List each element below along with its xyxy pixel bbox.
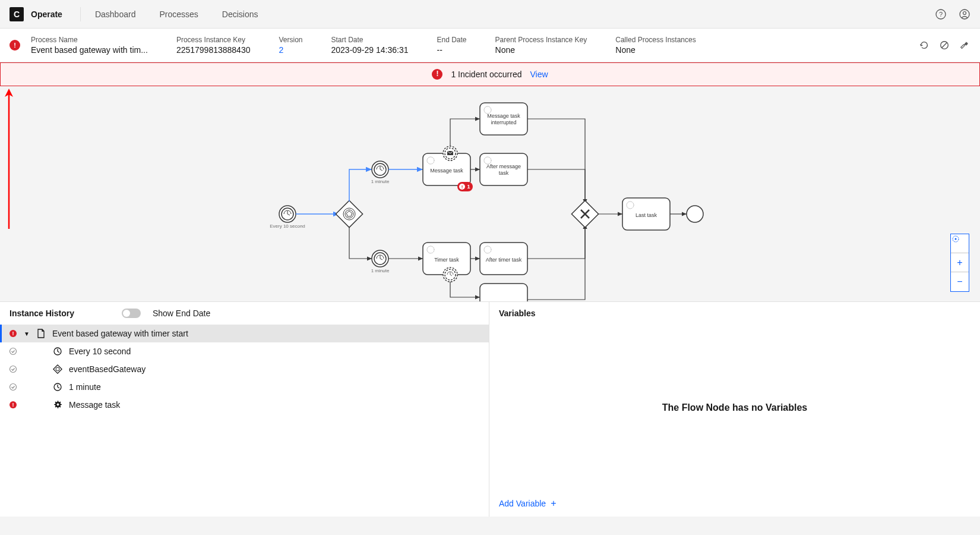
svg-text:!: ! xyxy=(461,184,463,190)
instance-key-label: Process Instance Key xyxy=(176,36,251,44)
chevron-down-icon[interactable]: ▼ xyxy=(24,331,30,337)
svg-point-49 xyxy=(10,384,17,391)
nav-dashboard[interactable]: Dashboard xyxy=(95,10,136,19)
history-row[interactable]: Every 10 second xyxy=(0,342,489,360)
svg-line-5 xyxy=(942,43,947,48)
nav-decisions[interactable]: Decisions xyxy=(222,10,258,19)
history-row[interactable]: 1 minute xyxy=(0,378,489,396)
svg-rect-8 xyxy=(336,200,362,227)
called-instances-value: None xyxy=(615,45,696,55)
clock-icon xyxy=(52,346,63,357)
annotation-arrow-icon xyxy=(0,86,18,229)
clock-icon xyxy=(52,382,63,392)
history-row[interactable]: ! Message task xyxy=(0,396,489,414)
zoom-reset-button[interactable] xyxy=(951,234,969,253)
timer1-label: 1 minute xyxy=(371,179,390,184)
msg-interrupted-label2: interrupted xyxy=(491,119,516,125)
instance-meta-bar: ! Process NameEvent based gateway with t… xyxy=(0,29,980,62)
incident-banner: 1 Incident occurred View xyxy=(0,62,980,86)
svg-point-3 xyxy=(963,11,966,14)
document-icon xyxy=(36,328,46,339)
history-row-root[interactable]: ! ▼ Event based gateway with timer start xyxy=(0,325,489,342)
last-task-label: Last task xyxy=(636,212,657,218)
nav-processes[interactable]: Processes xyxy=(159,10,198,19)
variables-title: Variables xyxy=(499,309,536,318)
zoom-out-button[interactable]: − xyxy=(951,272,969,291)
add-variable-link[interactable]: Add Variable xyxy=(499,499,546,508)
svg-point-53 xyxy=(57,404,59,406)
history-row-label: Event based gateway with timer start xyxy=(52,329,188,338)
end-date-value: -- xyxy=(437,45,466,55)
modify-icon[interactable] xyxy=(918,39,930,51)
wrench-icon[interactable] xyxy=(959,39,970,51)
variables-empty-text: The Flow Node has no Variables xyxy=(662,402,808,413)
process-name-value: Event based gateway with tim... xyxy=(31,45,148,55)
incident-banner-text: 1 Incident occurred xyxy=(451,70,521,79)
svg-point-38 xyxy=(687,206,703,222)
after-msg-label2: task xyxy=(499,170,509,176)
history-row[interactable]: eventBasedGateway xyxy=(0,360,489,378)
completed-icon xyxy=(8,382,18,392)
completed-icon xyxy=(8,364,18,374)
svg-point-44 xyxy=(10,348,17,355)
incident-view-link[interactable]: View xyxy=(530,70,548,79)
timer2-label: 1 minute xyxy=(371,268,390,273)
called-instances-label: Called Process Instances xyxy=(615,36,696,44)
end-date-label: End Date xyxy=(437,36,466,44)
completed-icon xyxy=(8,347,18,356)
zoom-in-button[interactable]: + xyxy=(951,253,969,272)
plus-icon[interactable]: + xyxy=(551,498,556,509)
show-end-date-toggle[interactable] xyxy=(122,309,141,318)
incident-icon: ! xyxy=(8,329,18,338)
message-task-label: Message task xyxy=(430,168,463,174)
svg-rect-47 xyxy=(53,365,62,373)
user-icon[interactable] xyxy=(959,8,970,20)
gear-icon xyxy=(52,399,63,410)
version-label: Version xyxy=(279,36,302,44)
history-row-label: eventBasedGateway xyxy=(69,364,146,374)
history-row-label: 1 minute xyxy=(69,382,101,392)
brand-label: Operate xyxy=(31,10,62,19)
instance-history-panel: Instance History Show End Date ! ▼ Event… xyxy=(0,302,489,517)
svg-point-40 xyxy=(955,238,957,240)
history-row-label: Message task xyxy=(69,400,120,410)
show-end-date-label: Show End Date xyxy=(153,309,210,318)
bpmn-diagram[interactable]: Every 10 second 1 minute Message task ! … xyxy=(0,86,980,301)
svg-rect-22 xyxy=(480,103,527,135)
process-name-label: Process Name xyxy=(31,36,148,44)
svg-point-46 xyxy=(10,366,17,373)
timer-task-label: Timer task xyxy=(434,257,459,263)
history-row-label: Every 10 second xyxy=(69,347,131,356)
svg-point-48 xyxy=(56,367,59,371)
svg-text:?: ? xyxy=(939,11,943,18)
gateway-icon xyxy=(52,364,63,374)
incident-icon: ! xyxy=(8,400,18,410)
after-timer-label: After timer task xyxy=(486,257,522,263)
after-msg-label1: After message xyxy=(486,163,521,169)
start-event-label: Every 10 second xyxy=(270,224,305,229)
nav-separator xyxy=(80,7,81,21)
help-icon[interactable]: ? xyxy=(935,8,947,20)
incident-badge-count: 1 xyxy=(467,184,470,190)
parent-instance-value: None xyxy=(495,45,587,55)
msg-interrupted-label1: Message task xyxy=(487,113,520,119)
cancel-icon[interactable] xyxy=(938,39,950,51)
history-title: Instance History xyxy=(10,309,74,318)
svg-text:!: ! xyxy=(12,331,14,336)
version-value[interactable]: 2 xyxy=(279,45,302,55)
incident-status-icon: ! xyxy=(10,40,20,51)
variables-panel: Variables The Flow Node has no Variables… xyxy=(489,302,980,517)
svg-rect-32 xyxy=(480,284,527,301)
parent-instance-label: Parent Process Instance Key xyxy=(495,36,587,44)
incident-banner-icon xyxy=(432,69,442,80)
svg-text:!: ! xyxy=(12,402,14,408)
start-date-value: 2023-09-29 14:36:31 xyxy=(331,45,408,55)
start-date-label: Start Date xyxy=(331,36,408,44)
instance-key-value: 2251799813888430 xyxy=(176,45,251,55)
zoom-controls: + − xyxy=(950,234,969,292)
logo-icon: C xyxy=(10,7,24,21)
svg-rect-24 xyxy=(480,153,527,185)
